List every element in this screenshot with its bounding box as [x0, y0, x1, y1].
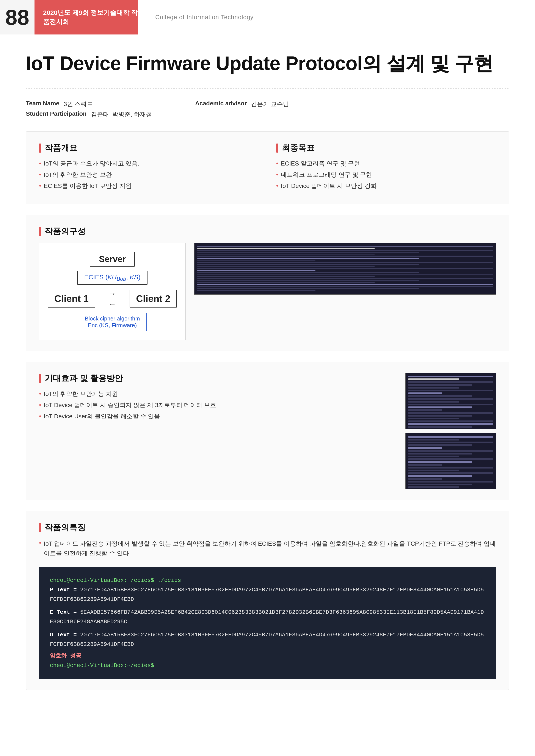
screenshot-2 — [406, 373, 496, 429]
screenshot-3 — [406, 433, 496, 489]
terminal-block: cheol@cheol-VirtualBox:~/ecies$ ./ecies … — [39, 567, 496, 679]
composition-title: 작품의구성 — [39, 226, 496, 237]
goal-list: • ECIES 알고리즘 연구 및 구현 • 네트워크 프로그래밍 연구 및 구… — [276, 159, 496, 190]
overview-title-bar — [39, 144, 41, 152]
team-info: Team Name 3인 스쿼드 Student Participation 김… — [26, 100, 509, 119]
arrows: → ← — [108, 289, 116, 309]
team-name-row: Team Name 3인 스쿼드 — [26, 100, 152, 108]
list-item: • IoT Device 업데이트 시 보안성 강화 — [276, 182, 496, 190]
bullet-icon: • — [39, 401, 41, 408]
block-cipher-box: Block cipher algorithm Enc (KS, Firmware… — [78, 313, 147, 331]
features-title: 작품의특징 — [39, 522, 496, 533]
list-item: • IoT Device 업데이트 시 승인되지 않은 제 3자로부터 데이터 … — [39, 401, 397, 409]
arrow-row: Client 1 → ← Client 2 — [48, 289, 177, 309]
list-item: • 네트워크 프로그래밍 연구 및 구현 — [276, 171, 496, 179]
bullet-icon: • — [276, 182, 278, 189]
bullet-icon: • — [39, 160, 41, 167]
team-info-left: Team Name 3인 스쿼드 Student Participation 김… — [26, 100, 152, 119]
advisor-value: 김은기 교수님 — [251, 100, 289, 108]
enc-label: Enc (KS, Firmware) — [85, 322, 140, 329]
college-header: College of Information Technology — [138, 0, 535, 35]
participation-value: 김준태, 박병준, 하재철 — [91, 110, 152, 119]
advisor-label: Academic advisor — [195, 100, 247, 108]
advisor-row: Academic advisor 김은기 교수님 — [195, 100, 289, 108]
client1-box: Client 1 — [48, 290, 95, 308]
bullet-icon: • — [276, 171, 278, 178]
composition-title-bar — [39, 227, 41, 236]
diagram-screenshots — [194, 243, 496, 295]
block-cipher-label: Block cipher algorithm — [85, 315, 140, 322]
bullet-icon: • — [39, 171, 41, 178]
list-item: • ECIES 알고리즘 연구 및 구현 — [276, 159, 496, 168]
team-info-right: Academic advisor 김은기 교수님 — [195, 100, 289, 119]
overview-title: 작품개요 — [39, 143, 259, 153]
page-title: IoT Device Firmware Update Protocol의 설계 … — [26, 52, 509, 75]
main-content: IoT Device Firmware Update Protocol의 설계 … — [0, 35, 535, 722]
terminal-d-line: D Text = 20717FD4AB15BF83FC27F6C5175E0B3… — [50, 630, 485, 649]
header-bar: 2020년도 제9회 정보기술대학 작품전시회 — [35, 0, 138, 35]
terminal-success: 암호화 성공 — [50, 651, 485, 661]
diagram-content: Server ECIES (KUBob, KS) Client 1 → ← Cl… — [39, 243, 496, 340]
ecies-box: ECIES (KUBob, KS) — [77, 271, 147, 285]
client2-box: Client 2 — [129, 290, 177, 308]
list-item: • ECIES를 이용한 IoT 보안성 지원 — [39, 182, 259, 190]
list-item: • IoT의 취약한 보안성 보완 — [39, 171, 259, 179]
participation-label: Student Participation — [26, 110, 87, 119]
arrow-left: ← — [108, 299, 116, 309]
server-box: Server — [90, 252, 135, 267]
event-title: 2020년도 제9회 정보기술대학 작품전시회 — [43, 8, 138, 26]
overview-goal-card: 작품개요 • IoT의 공급과 수요가 많아지고 있음. • IoT의 취약한 … — [26, 131, 509, 204]
college-name: College of Information Technology — [155, 14, 254, 21]
features-section: 작품의특징 • IoT 업데이트 파일전송 과정에서 발생할 수 있는 보안 취… — [26, 511, 509, 690]
expected-section: 기대효과 및 활용방안 • IoT의 취약한 보안기능 지원 • IoT Dev… — [26, 362, 509, 500]
arrow-right: → — [108, 289, 116, 298]
overview-goal-row: 작품개요 • IoT의 공급과 수요가 많아지고 있음. • IoT의 취약한 … — [39, 143, 496, 193]
expected-title: 기대효과 및 활용방안 — [39, 373, 397, 384]
participation-row: Student Participation 김준태, 박병준, 하재철 — [26, 110, 152, 119]
goal-col: 최종목표 • ECIES 알고리즘 연구 및 구현 • 네트워크 프로그래밍 연… — [276, 143, 496, 193]
overview-col: 작품개요 • IoT의 공급과 수요가 많아지고 있음. • IoT의 취약한 … — [39, 143, 259, 193]
bullet-icon: • — [39, 182, 41, 189]
header: 88 2020년도 제9회 정보기술대학 작품전시회 College of In… — [0, 0, 535, 35]
bullet-icon: • — [276, 160, 278, 167]
terminal-prompt-1: cheol@cheol-VirtualBox:~/ecies$ ./ecies — [50, 576, 485, 585]
goal-title: 최종목표 — [276, 143, 496, 153]
list-item: • IoT 업데이트 파일전송 과정에서 발생할 수 있는 보안 취약점을 보완… — [39, 539, 496, 558]
bullet-icon: • — [39, 539, 41, 546]
terminal-e-line: E Text = 5EAADBE57666FB742ABB09D5A28EF6B… — [50, 608, 485, 627]
page-number: 88 — [0, 0, 35, 35]
screenshot-1 — [194, 243, 496, 295]
expected-title-bar — [39, 374, 41, 383]
terminal-p-line: P Text = 20717FD4AB15BF83FC27F6C5175E0B3… — [50, 585, 485, 604]
expected-list: • IoT의 취약한 보안기능 지원 • IoT Device 업데이트 시 승… — [39, 390, 397, 420]
list-item: • IoT Device User의 불안감을 해소할 수 있음 — [39, 412, 397, 420]
team-name-value: 3인 스쿼드 — [64, 100, 93, 108]
overview-list: • IoT의 공급과 수요가 많아지고 있음. • IoT의 취약한 보안성 보… — [39, 159, 259, 190]
goal-title-bar — [276, 144, 278, 152]
bullet-icon: • — [39, 390, 41, 397]
list-item: • IoT의 취약한 보안기능 지원 — [39, 390, 397, 398]
bullet-icon: • — [39, 413, 41, 419]
ecies-text: ECIES (KUBob, KS) — [84, 274, 140, 281]
diagram-box: Server ECIES (KUBob, KS) Client 1 → ← Cl… — [39, 243, 186, 340]
composition-section: 작품의구성 Server ECIES (KUBob, KS) Client 1 … — [26, 215, 509, 351]
terminal-prompt-2: cheol@cheol-VirtualBox:~/ecies$ — [50, 661, 485, 670]
features-list: • IoT 업데이트 파일전송 과정에서 발생할 수 있는 보안 취약점을 보완… — [39, 539, 496, 558]
divider — [26, 88, 509, 89]
team-name-label: Team Name — [26, 100, 59, 108]
list-item: • IoT의 공급과 수요가 많아지고 있음. — [39, 159, 259, 168]
features-title-bar — [39, 523, 41, 532]
